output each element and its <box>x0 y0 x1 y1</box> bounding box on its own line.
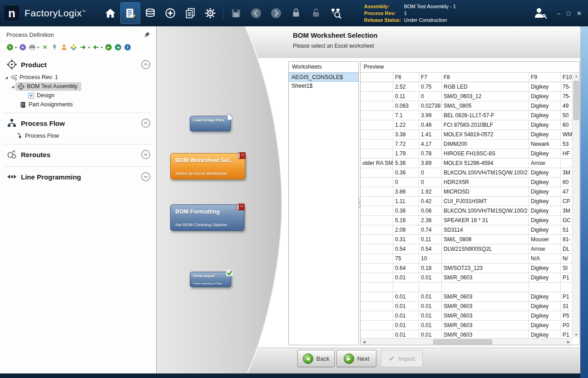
table-row[interactable]: 0.01 0.01 SM/R_0603 Digikey P5 <box>361 311 572 321</box>
step-bom-formatting[interactable]: BOM Formatting Set BOM Cleaning Options <box>170 204 244 231</box>
column-header[interactable]: F7 <box>419 73 442 82</box>
expand-down-icon[interactable] <box>141 149 151 159</box>
column-header[interactable] <box>361 73 393 82</box>
table-row[interactable]: 0.01 0.01 SM/R_0603 Digikey P0 <box>361 321 572 330</box>
step-bom-worksheet-selection[interactable]: BOM Worksheet Sel... Select an Excel Wor… <box>170 153 245 179</box>
table-row[interactable]: 0.64 0.18 SM/SOT23_123 Digikey SI <box>361 264 572 273</box>
flower-icon[interactable] <box>70 44 77 51</box>
tree-item-part-assignments[interactable]: Part Assignments <box>0 100 156 109</box>
table-row[interactable]: older RA SMD 5.36 3.89 MOLEX 51296-4594 … <box>361 159 572 168</box>
back-button[interactable]: ◀ Back <box>297 350 335 367</box>
start-icon[interactable]: ▸ <box>105 44 112 51</box>
user-account-icon[interactable] <box>533 6 547 20</box>
panel-splitter[interactable] <box>359 194 361 213</box>
lamp-icon[interactable] <box>51 44 58 51</box>
step-finish-import[interactable]: Finish Import Finish Importing of Files <box>190 272 231 287</box>
expand-triangle-icon[interactable]: ◢ <box>4 75 9 80</box>
info-icon[interactable]: i <box>124 44 131 51</box>
table-row[interactable]: 0.01 0.01 SM/R_0603 Digikey P1 <box>361 273 572 283</box>
scroll-right-icon[interactable]: ▶ <box>565 338 572 345</box>
import-icon[interactable] <box>92 44 99 51</box>
import-button[interactable]: ✔ Import <box>381 350 423 367</box>
table-row[interactable]: 5.16 2.36 SPEAKER 16 * 31 Digikey GC <box>361 216 572 225</box>
collapse-up-icon[interactable] <box>141 60 151 70</box>
table-row[interactable]: 1.22 0.46 FCI 87583-2010BLF Digikey 60 <box>361 120 572 130</box>
section-line-programming[interactable]: Line Programming <box>0 169 156 185</box>
print-menu-caret[interactable]: ▾ <box>37 45 39 50</box>
table-row[interactable]: 7.72 4.17 DIMM200 Newark 53 <box>361 139 572 149</box>
scroll-left-icon[interactable]: ◀ <box>361 338 368 345</box>
column-header[interactable]: F8 <box>442 73 529 82</box>
table-row[interactable]: 0.31 0.11 SM/L_0806 Mouser 81- <box>361 235 572 244</box>
export-menu-caret[interactable]: ▾ <box>88 45 90 50</box>
horizontal-scrollbar[interactable]: ◀ ▶ <box>361 338 572 345</box>
expand-triangle-icon[interactable]: ◢ <box>10 85 15 89</box>
table-row[interactable] <box>361 283 572 292</box>
section-process-flow[interactable]: Process Flow <box>0 115 156 131</box>
tree-item-process-rev[interactable]: ◢ Process Rev: 1 <box>0 73 156 82</box>
vertical-scrollbar[interactable]: ▲ ▼ <box>572 73 579 338</box>
section-product[interactable]: Product <box>0 56 156 73</box>
table-row[interactable]: 0.36 0.06 BLKCON.100/VH/TM1SQ/W.100/2 Di… <box>361 206 572 216</box>
table-row[interactable]: 0.01 0.01 SM/R_0603 Digikey P1 <box>361 330 572 338</box>
column-header[interactable]: F10 <box>561 73 572 82</box>
table-row[interactable]: 3.38 1.41 MOLEX 54819-0572 Digikey WM <box>361 130 572 139</box>
table-row[interactable]: 0.36 0 BLKCON.100/VH/TM1SQ/W.100/2 Digik… <box>361 168 572 178</box>
section-reroutes[interactable]: Reroutes <box>0 146 156 163</box>
column-header[interactable]: F9 <box>529 73 561 82</box>
documents-icon[interactable] <box>180 2 200 24</box>
save-icon[interactable] <box>226 2 246 24</box>
user-icon[interactable] <box>60 44 68 51</box>
table-row[interactable]: 1.79 0.78 HIROSE FH19SC-8S Digikey HF <box>361 149 572 159</box>
scroll-up-icon[interactable]: ▲ <box>573 73 580 80</box>
table-row[interactable]: 3.86 1.92 MICROSD Digikey 47 <box>361 187 572 197</box>
import-menu-caret[interactable]: ▾ <box>101 45 103 50</box>
table-cell <box>361 254 393 264</box>
tree-item-design[interactable]: Design <box>0 91 156 100</box>
lock-icon[interactable] <box>286 2 306 24</box>
maximize-button[interactable]: □ <box>567 10 570 17</box>
dispatch-icon[interactable] <box>160 2 180 24</box>
materials-icon[interactable] <box>140 2 160 24</box>
tree-item-bom-assembly[interactable]: ◢ BOM Test Assembly <box>0 82 156 91</box>
minimize-button[interactable]: – <box>557 10 560 17</box>
close-button[interactable]: ✕ <box>577 10 582 17</box>
globe-icon[interactable]: ● <box>19 44 26 51</box>
navigate-back-icon[interactable] <box>246 2 266 24</box>
table-row[interactable]: 0 0 HDR2X5R Digikey 60 <box>361 178 572 187</box>
settings-gear-icon[interactable] <box>200 2 220 24</box>
step-load-design-files[interactable]: Load Design Files <box>190 116 231 131</box>
scroll-down-icon[interactable]: ▼ <box>573 331 580 338</box>
table-row[interactable]: 2.52 0.75 RGB LED Digikey 75- <box>361 82 572 92</box>
next-button[interactable]: ▶ Next <box>336 350 376 367</box>
table-row[interactable]: 0.01 0.01 SM/R_0603 Digikey 31 <box>361 302 572 311</box>
worksheet-item-aegis-console[interactable]: AEGIS_CONSOLE$ <box>289 73 358 82</box>
pin-icon[interactable] <box>143 31 151 38</box>
table-row[interactable]: 7.1 3.99 BEL 0826-1L1T-57-F Digikey 50 <box>361 111 572 120</box>
compare-icon[interactable]: ✕ <box>41 44 49 51</box>
export-icon[interactable] <box>79 44 87 51</box>
vertical-scroll-thumb[interactable] <box>573 81 579 120</box>
horizontal-scroll-thumb[interactable] <box>433 339 492 344</box>
table-row[interactable]: 0.54 0.54 DLW21SN900SQ2L Arrow DL <box>361 244 572 254</box>
unlock-icon[interactable] <box>306 2 326 24</box>
expand-down-icon[interactable] <box>141 172 151 182</box>
process-definition-icon[interactable] <box>120 2 140 24</box>
tree-item-process-flow[interactable]: Process Flow <box>0 131 156 140</box>
add-menu-caret[interactable]: ▾ <box>15 45 17 50</box>
table-row[interactable]: 0.11 0 SM/D_0603_12 Digikey 75- <box>361 92 572 101</box>
table-row[interactable]: 2.08 0.74 SD3114 Digikey 51 <box>361 225 572 235</box>
process-search-icon[interactable] <box>326 2 346 24</box>
print-icon[interactable] <box>29 44 36 51</box>
home-icon[interactable] <box>100 2 120 24</box>
navigate-forward-icon[interactable] <box>266 2 286 24</box>
column-header[interactable]: F6 <box>393 73 419 82</box>
table-row[interactable]: 1.11 0.42 CUI_PJ031HSMT Digikey CP <box>361 197 572 206</box>
add-icon[interactable]: + <box>6 44 14 51</box>
table-row[interactable]: 0.01 0.01 SM/R_0603 Digikey P1 <box>361 292 572 302</box>
table-row[interactable]: 75 10 N/A N/ <box>361 254 572 264</box>
table-row[interactable]: 0.063 0.02738 SM/L_0805 Digikey 49 <box>361 101 572 111</box>
collapse-up-icon[interactable] <box>141 118 151 128</box>
sync-icon[interactable]: ◂ <box>114 44 122 51</box>
worksheet-item-sheet1[interactable]: Sheet1$ <box>289 82 358 91</box>
